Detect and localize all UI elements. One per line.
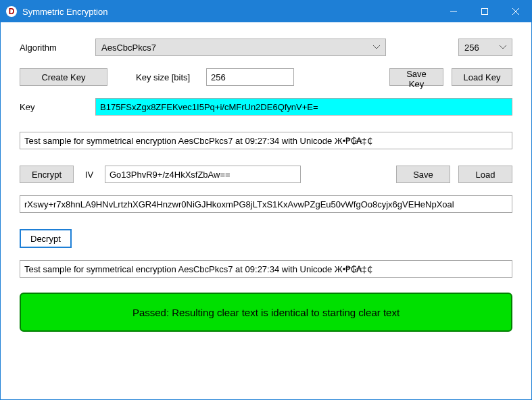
encrypt-row: Encrypt IV Save Load — [20, 166, 512, 183]
chevron-down-icon — [373, 45, 380, 49]
content-area: Algorithm AesCbcPkcs7 256 Create Key Key… — [1, 22, 531, 399]
key-label: Key — [20, 102, 87, 112]
key-input[interactable] — [95, 98, 512, 116]
decrypt-button[interactable]: Decrypt — [20, 229, 72, 248]
status-bar: Passed: Resulting clear text is identica… — [20, 293, 512, 332]
save-key-button[interactable]: Save Key — [389, 68, 443, 86]
status-text: Passed: Resulting clear text is identica… — [132, 307, 400, 318]
svg-rect-1 — [482, 9, 488, 15]
key-row: Key — [20, 98, 512, 116]
key-actions-row: Create Key Key size [bits] Save Key Load… — [20, 68, 512, 86]
app-icon: D — [6, 6, 17, 17]
load-key-button[interactable]: Load Key — [452, 68, 512, 86]
key-size-input[interactable] — [206, 68, 294, 86]
decrypted-input[interactable] — [20, 260, 512, 278]
window-title: Symmetric Encryption — [22, 7, 438, 17]
bits-selected: 256 — [464, 43, 479, 53]
close-button[interactable] — [500, 1, 531, 22]
minimize-button[interactable] — [438, 1, 469, 22]
titlebar: D Symmetric Encryption — [1, 1, 531, 22]
encrypt-button[interactable]: Encrypt — [20, 166, 74, 183]
plaintext-input[interactable] — [20, 132, 512, 149]
bits-select[interactable]: 256 — [458, 39, 512, 56]
iv-input[interactable] — [105, 166, 301, 183]
close-icon — [512, 8, 519, 15]
load-button[interactable]: Load — [458, 166, 512, 183]
maximize-icon — [481, 8, 488, 15]
window: D Symmetric Encryption Algorithm AesCbcP… — [0, 0, 532, 400]
algorithm-selected: AesCbcPkcs7 — [101, 43, 156, 53]
algorithm-label: Algorithm — [20, 43, 87, 53]
key-size-label: Key size [bits] — [136, 72, 198, 82]
minimize-icon — [450, 8, 457, 15]
create-key-button[interactable]: Create Key — [20, 68, 107, 86]
algorithm-select[interactable]: AesCbcPkcs7 — [95, 39, 386, 56]
ciphertext-input[interactable] — [20, 195, 512, 213]
decrypted-row — [20, 260, 512, 278]
iv-label: IV — [82, 170, 97, 180]
maximize-button[interactable] — [469, 1, 500, 22]
decrypt-row: Decrypt — [20, 229, 512, 248]
plaintext-row — [20, 132, 512, 149]
chevron-down-icon — [500, 45, 506, 49]
ciphertext-row — [20, 195, 512, 213]
save-button[interactable]: Save — [396, 166, 450, 183]
algorithm-row: Algorithm AesCbcPkcs7 256 — [20, 39, 512, 56]
